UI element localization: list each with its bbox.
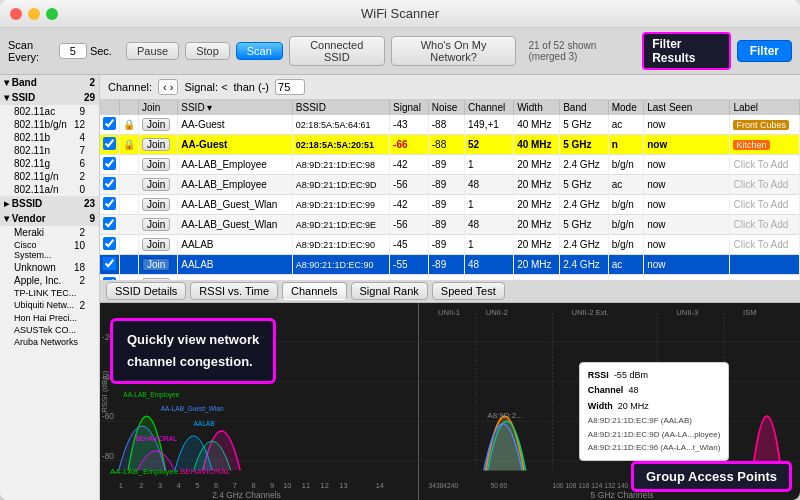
col-width: Width (514, 100, 560, 115)
sidebar-group-vendor-header[interactable]: ▾ Vendor9 (0, 211, 99, 226)
tab-rssi-time[interactable]: RSSI vs. Time (190, 282, 278, 300)
scan-every-input[interactable] (59, 43, 87, 59)
svg-text:10: 10 (283, 481, 291, 490)
join-button[interactable]: Join (142, 198, 170, 211)
width-value: Width 20 MHz (588, 399, 721, 414)
table-row[interactable]: 🔒 Join AA-Guest 02:18:5A:5A:64:61 -43 -8… (100, 115, 800, 135)
row-checkbox[interactable] (100, 115, 120, 135)
signal-threshold-input[interactable] (275, 79, 305, 95)
tab-channels[interactable]: Channels (282, 282, 346, 300)
sidebar-item-cisco[interactable]: Cisco System...10 (0, 239, 99, 261)
sec-label: Sec. (90, 45, 112, 57)
row-mode: b/g/n (608, 195, 644, 215)
join-button[interactable]: Join (142, 138, 170, 151)
sidebar-group-band-header[interactable]: ▾ Band2 (0, 75, 99, 90)
row-noise: -89 (428, 255, 464, 275)
table-row[interactable]: Join AA-LAB_Guest_Wlan A8:9D:21:1D:EC:9E… (100, 215, 800, 235)
row-lock: 🔒 (120, 135, 139, 155)
sidebar-item-ubiquiti[interactable]: Ubiquiti Netw...2 (0, 299, 99, 312)
sidebar-item-tplink[interactable]: TP-LINK TEC... (0, 287, 99, 299)
sidebar-item-apple[interactable]: Apple, Inc.2 (0, 274, 99, 287)
chart-5ghz: UNII-1 UNII-2 UNII-2 Ext. UNII-3 ISM (419, 303, 800, 500)
scan-button[interactable]: Scan (236, 42, 283, 60)
join-button[interactable]: Join (142, 178, 170, 191)
chart-tabs: SSID Details RSSI vs. Time Channels Sign… (100, 280, 800, 303)
sidebar-group-ssid-header[interactable]: ▾ SSID29 (0, 90, 99, 105)
sidebar-item-80211an[interactable]: 802.11a/n0 (0, 183, 99, 196)
row-width: 20 MHz (514, 155, 560, 175)
sidebar-group-bssid-header[interactable]: ▸ BSSID23 (0, 196, 99, 211)
channel-selector[interactable]: ‹ › (158, 79, 178, 95)
row-bssid: A8:9D:21:1D:EC:90 (292, 235, 389, 255)
minimize-button[interactable] (28, 8, 40, 20)
row-checkbox[interactable] (100, 175, 120, 195)
sidebar-item-80211gn[interactable]: 802.11g/n2 (0, 170, 99, 183)
row-band: 5 GHz (560, 215, 609, 235)
svg-text:14: 14 (376, 481, 385, 490)
join-button[interactable]: Join (142, 118, 170, 131)
row-width: 20 MHz (514, 215, 560, 235)
mac-label-overlay: A8:9D:2... (487, 411, 523, 420)
row-lastseen: now (644, 115, 730, 135)
sidebar-item-meraki[interactable]: Meraki2 (0, 226, 99, 239)
row-noise: -88 (428, 115, 464, 135)
svg-text:BEHAVIORAL: BEHAVIORAL (136, 435, 178, 442)
table-row[interactable]: Join AA-LAB_Employee A8:9D:21:1D:EC:9D -… (100, 175, 800, 195)
row-checkbox[interactable] (100, 135, 120, 155)
table-row[interactable]: Join AALAB A8:90:21:1D:EC:90 -55 -89 48 … (100, 255, 800, 275)
sidebar-item-asus[interactable]: ASUSTek CO... (0, 324, 99, 336)
whos-on-network-button[interactable]: Who's On My Network? (391, 36, 517, 66)
stop-button[interactable]: Stop (185, 42, 230, 60)
row-bssid: A8:9D:21:1D:EC:99 (292, 195, 389, 215)
svg-text:11: 11 (302, 481, 310, 490)
row-channel: 1 (464, 195, 513, 215)
channel-label: Channel: (108, 81, 152, 93)
row-ssid: AALAB (178, 235, 293, 255)
connected-ssid-button[interactable]: Connected SSID (289, 36, 385, 66)
tab-speed-test[interactable]: Speed Test (432, 282, 505, 300)
svg-text:RSSI (dBm): RSSI (dBm) (101, 370, 110, 412)
tab-signal-rank[interactable]: Signal Rank (351, 282, 428, 300)
filter-button[interactable]: Filter (737, 40, 792, 62)
table-row[interactable]: 🔒 Join AA-Guest 02:18:5A:5A:20:51 -66 -8… (100, 135, 800, 155)
network-table-area: Join SSID ▾ BSSID Signal Noise Channel W… (100, 100, 800, 280)
sidebar-item-honhai[interactable]: Hon Hai Preci... (0, 312, 99, 324)
row-noise: -89 (428, 175, 464, 195)
sidebar-item-80211n[interactable]: 802.11n7 (0, 144, 99, 157)
join-button[interactable]: Join (142, 258, 170, 271)
pause-button[interactable]: Pause (126, 42, 179, 60)
app-window: WiFi Scanner Scan Every: Sec. Pause Stop… (0, 0, 800, 500)
group-access-points-label[interactable]: Group Access Points (631, 461, 792, 492)
join-button[interactable]: Join (142, 238, 170, 251)
tab-ssid-details[interactable]: SSID Details (106, 282, 186, 300)
close-button[interactable] (10, 8, 22, 20)
col-signal: Signal (390, 100, 429, 115)
sidebar-item-80211ac[interactable]: 802.11ac9 (0, 105, 99, 118)
join-button[interactable]: Join (142, 218, 170, 231)
svg-text:AA-LAB_Employee: AA-LAB_Employee (123, 390, 179, 398)
svg-text:UNII-2: UNII-2 (485, 308, 507, 317)
row-band: 5 GHz (560, 115, 609, 135)
sidebar-item-80211b[interactable]: 802.11b4 (0, 131, 99, 144)
sidebar-item-80211bgn[interactable]: 802.11b/g/n12 (0, 118, 99, 131)
join-button[interactable]: Join (142, 158, 170, 171)
table-row[interactable]: Join AA-LAB_Employee A8:9D:21:1D:EC:98 -… (100, 155, 800, 175)
row-checkbox[interactable] (100, 255, 120, 275)
row-width: 20 MHz (514, 195, 560, 215)
sidebar-item-80211g[interactable]: 802.11g6 (0, 157, 99, 170)
row-checkbox[interactable] (100, 155, 120, 175)
col-join: Join (139, 100, 178, 115)
row-signal: -42 (390, 155, 429, 175)
row-lastseen: now (644, 235, 730, 255)
sidebar-item-unknown[interactable]: Unknown18 (0, 261, 99, 274)
sidebar-item-aruba[interactable]: Aruba Networks (0, 336, 99, 348)
row-checkbox[interactable] (100, 235, 120, 255)
row-checkbox[interactable] (100, 215, 120, 235)
maximize-button[interactable] (46, 8, 58, 20)
row-signal: -56 (390, 175, 429, 195)
svg-text:-80: -80 (102, 450, 114, 460)
table-row[interactable]: Join AA-LAB_Guest_Wlan A8:9D:21:1D:EC:99… (100, 195, 800, 215)
row-label (730, 255, 800, 275)
row-checkbox[interactable] (100, 195, 120, 215)
table-row[interactable]: Join AALAB A8:9D:21:1D:EC:90 -45 -89 1 2… (100, 235, 800, 255)
